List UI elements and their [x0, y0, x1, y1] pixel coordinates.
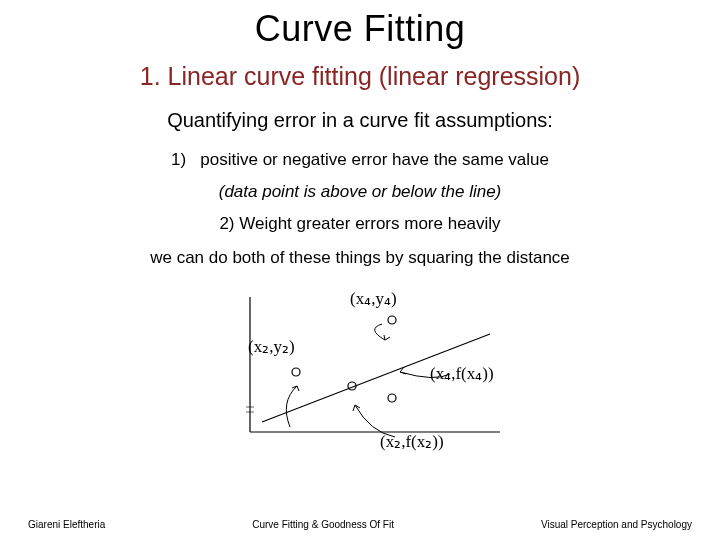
- body-line-4: 2) Weight greater errors more heavily: [0, 214, 720, 234]
- body-line-3: (data point is above or below the line): [0, 182, 720, 202]
- section-heading: 1. Linear curve fitting (linear regressi…: [0, 62, 720, 91]
- regression-diagram: (x₄,y₄) (x₂,y₂) (x₄,f(x₄)) (x₂,f(x₂)): [190, 282, 530, 452]
- footer-right: Visual Perception and Psychology: [541, 519, 692, 530]
- diagram-label-x4y4: (x₄,y₄): [350, 289, 397, 308]
- footer-left: Giareni Eleftheria: [28, 519, 105, 530]
- body-line-1: Quantifying error in a curve fit assumpt…: [0, 109, 720, 132]
- svg-point-3: [388, 316, 396, 324]
- diagram-label-x2y2: (x₂,y₂): [248, 337, 295, 356]
- diagram-label-x2f: (x₂,f(x₂)): [380, 432, 444, 451]
- diagram-label-x4f: (x₄,f(x₄)): [430, 364, 494, 383]
- footer: Giareni Eleftheria Curve Fitting & Goodn…: [0, 519, 720, 530]
- body-line-5: we can do both of these things by squari…: [0, 248, 720, 268]
- body-line-2: 1) positive or negative error have the s…: [0, 150, 720, 170]
- svg-point-6: [388, 394, 396, 402]
- svg-point-4: [292, 368, 300, 376]
- footer-center: Curve Fitting & Goodness Of Fit: [252, 519, 394, 530]
- slide-title: Curve Fitting: [0, 0, 720, 50]
